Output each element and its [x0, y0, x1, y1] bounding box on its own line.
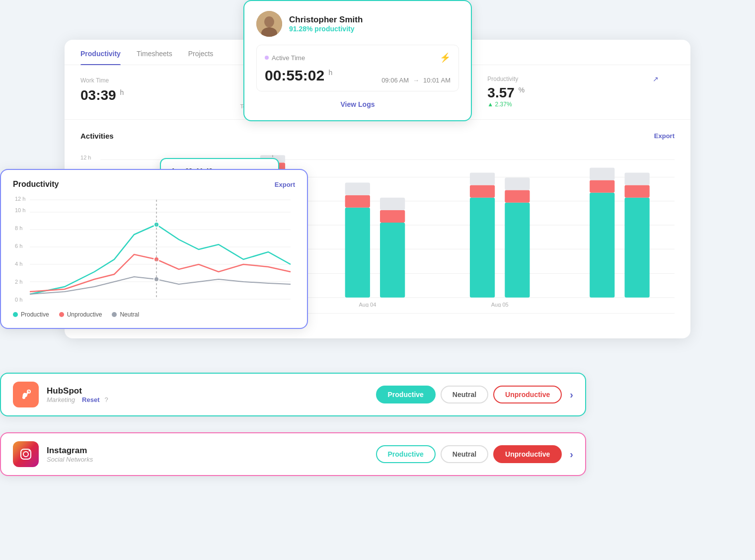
svg-text:0 h: 0 h — [15, 297, 22, 303]
work-time-sub: Total — [80, 103, 252, 109]
svg-text:08:00: 08:00 — [107, 303, 121, 304]
activities-title: Activities — [80, 132, 114, 140]
hubspot-info: HubSpot Marketing Reset ? — [47, 386, 376, 403]
productivity-card: Productivity Export 0 h 2 h 4 h 6 h 8 h … — [0, 169, 308, 329]
instagram-info: Instagram Social Networks — [47, 446, 376, 463]
svg-rect-37 — [505, 190, 529, 203]
svg-rect-27 — [345, 208, 370, 298]
time-range: 09:06 AM → 10:01 AM — [381, 77, 451, 84]
productivity-label: Productivity — [487, 76, 518, 82]
svg-text:8 h: 8 h — [15, 225, 22, 231]
stat-productivity: Productivity ↗ 3.57 % ▲ 2.37% — [487, 75, 675, 109]
active-time-value: 00:55:02 h — [265, 67, 332, 84]
hubspot-name: HubSpot — [47, 386, 376, 396]
instagram-icon — [13, 441, 39, 467]
prod-legend-productive-label: Productive — [21, 311, 49, 318]
svg-point-79 — [22, 396, 25, 399]
tab-productivity[interactable]: Productivity — [80, 50, 121, 65]
svg-rect-35 — [470, 172, 495, 185]
svg-point-83 — [29, 450, 30, 452]
user-info: Christopher Smith 91.28% productivity — [289, 15, 363, 33]
svg-text:12 h: 12 h — [80, 155, 91, 160]
svg-rect-44 — [624, 172, 649, 185]
svg-text:20:00: 20:00 — [236, 303, 250, 304]
productivity-value: 3.57 % — [487, 85, 659, 101]
prod-card-header: Productivity Export — [13, 180, 295, 189]
avatar-image — [256, 11, 282, 37]
instagram-chevron-right-icon[interactable]: › — [570, 449, 573, 460]
user-productivity: 91.28% productivity — [289, 25, 363, 33]
prod-export-button[interactable]: Export — [275, 181, 295, 188]
instagram-unproductive-button[interactable]: Unproductive — [493, 445, 562, 463]
svg-text:12 h: 12 h — [15, 196, 25, 202]
prod-legend-productive: Productive — [13, 311, 49, 318]
svg-text:16:00: 16:00 — [192, 303, 206, 304]
svg-rect-41 — [590, 167, 614, 180]
instagram-category: Social Networks — [47, 456, 376, 463]
active-time-label: Active Time — [265, 54, 305, 62]
hubspot-productive-button[interactable]: Productive — [376, 386, 436, 403]
svg-rect-38 — [505, 177, 529, 190]
work-time-value: 03:39 h — [80, 87, 252, 103]
svg-rect-39 — [590, 193, 614, 298]
export-button[interactable]: Export — [654, 132, 675, 140]
active-time-header: Active Time ⚡ — [265, 52, 451, 63]
svg-point-75 — [264, 16, 274, 27]
hubspot-help-button[interactable]: ? — [105, 396, 108, 403]
svg-rect-43 — [624, 185, 649, 198]
prod-legend: Productive Unproductive Neutral — [13, 311, 295, 318]
prod-card-title: Productivity — [13, 180, 59, 189]
svg-text:04:00: 04:00 — [65, 303, 79, 304]
instagram-name: Instagram — [47, 446, 376, 456]
svg-text:00:00: 00:00 — [23, 303, 37, 304]
time-start: 09:06 AM — [381, 77, 409, 84]
time-end: 10:01 AM — [423, 77, 451, 84]
hubspot-app-card: HubSpot Marketing Reset ? Productive Neu… — [0, 373, 586, 416]
hubspot-actions: Productive Neutral Unproductive — [376, 386, 562, 403]
instagram-actions: Productive Neutral Unproductive — [376, 445, 562, 463]
tab-timesheets[interactable]: Timesheets — [137, 50, 172, 65]
prod-dot-productive — [13, 312, 18, 317]
svg-text:Aug 04: Aug 04 — [359, 302, 376, 307]
hubspot-logo — [19, 388, 33, 401]
prod-legend-neutral-label: Neutral — [120, 311, 139, 318]
hubspot-neutral-button[interactable]: Neutral — [441, 386, 488, 403]
user-header: Christopher Smith 91.28% productivity — [256, 11, 459, 37]
svg-rect-29 — [345, 183, 370, 195]
svg-text:Aug 05: Aug 05 — [491, 302, 509, 307]
lightning-icon: ⚡ — [440, 52, 451, 63]
svg-rect-40 — [590, 180, 614, 193]
active-time-dot — [265, 56, 269, 60]
user-popup: Christopher Smith 91.28% productivity Ac… — [243, 0, 472, 121]
svg-text:24:00: 24:00 — [279, 303, 293, 304]
stat-work-time: Work Time 🗂 03:39 h Total — [80, 75, 268, 109]
tab-projects[interactable]: Projects — [188, 50, 214, 65]
trend-icon: ↗ — [653, 75, 659, 83]
user-name: Christopher Smith — [289, 15, 363, 25]
prod-dot-unproductive — [59, 312, 64, 317]
svg-text:4 h: 4 h — [15, 261, 22, 267]
instagram-productive-button[interactable]: Productive — [376, 445, 436, 463]
svg-text:6 h: 6 h — [15, 243, 22, 249]
svg-point-82 — [23, 452, 28, 457]
activities-header: Activities Export — [80, 132, 675, 140]
svg-rect-33 — [470, 198, 495, 298]
hubspot-unproductive-button[interactable]: Unproductive — [493, 386, 562, 403]
instagram-app-card: Instagram Social Networks Productive Neu… — [0, 432, 586, 476]
svg-rect-28 — [345, 195, 370, 208]
svg-text:2 h: 2 h — [15, 279, 22, 285]
arrow-right-icon: → — [413, 77, 419, 84]
hubspot-chevron-right-icon[interactable]: › — [570, 389, 573, 400]
hubspot-reset-button[interactable]: Reset — [82, 396, 99, 403]
active-time-section: Active Time ⚡ 00:55:02 h 09:06 AM → 10:0… — [256, 45, 459, 91]
svg-rect-34 — [470, 185, 495, 198]
productivity-trend: ▲ 2.37% — [487, 101, 659, 108]
svg-rect-32 — [380, 198, 405, 210]
prod-legend-unproductive-label: Unproductive — [67, 311, 102, 318]
svg-rect-31 — [380, 210, 405, 223]
active-time-row: 00:55:02 h 09:06 AM → 10:01 AM — [265, 67, 451, 84]
view-logs-button[interactable]: View Logs — [256, 98, 459, 110]
instagram-logo — [19, 447, 33, 461]
prod-legend-neutral: Neutral — [112, 311, 139, 318]
instagram-neutral-button[interactable]: Neutral — [441, 445, 488, 463]
